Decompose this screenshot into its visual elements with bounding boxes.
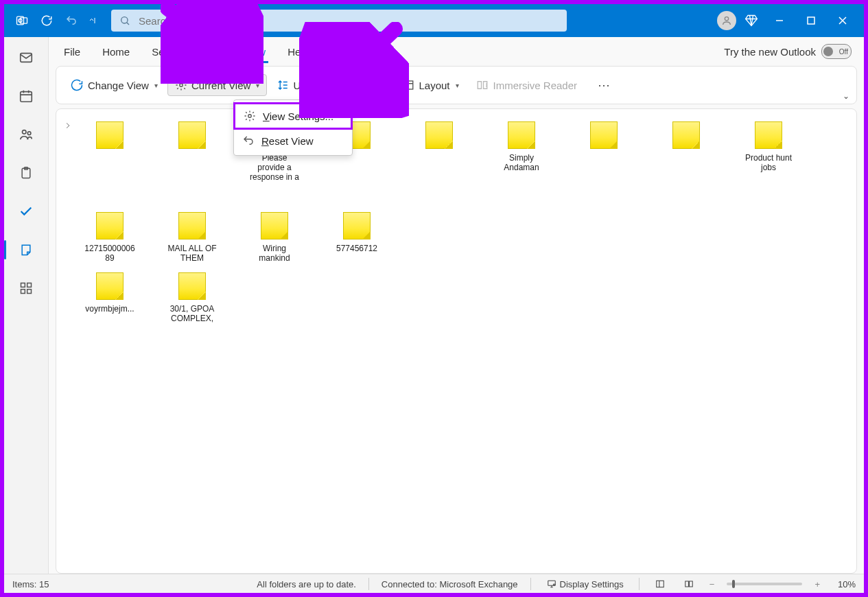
note-item[interactable] xyxy=(84,121,136,182)
zoom-percent: 10% xyxy=(832,579,856,589)
svg-point-17 xyxy=(180,84,183,87)
account-avatar[interactable] xyxy=(717,11,736,30)
change-view-icon xyxy=(70,78,84,92)
svg-rect-14 xyxy=(27,283,32,288)
tab-file[interactable]: File xyxy=(61,40,83,63)
note-item[interactable]: 30/1, GPOA COMPLEX, xyxy=(166,272,218,323)
try-new-label: Try the new Outlook xyxy=(724,46,816,58)
sync-icon[interactable] xyxy=(37,11,56,30)
note-icon xyxy=(178,272,206,300)
note-item[interactable]: voyrmbjejm... xyxy=(84,272,136,323)
zoom-slider[interactable] xyxy=(727,583,802,585)
immersive-reader-label: Immersive Reader xyxy=(493,80,578,91)
note-icon xyxy=(96,212,124,239)
note-item[interactable] xyxy=(413,121,465,182)
ribbon: Change View▾ Current View▾ Use Tighter S… xyxy=(56,66,857,104)
note-icon xyxy=(672,121,700,149)
note-item[interactable]: 577456712 xyxy=(331,212,383,263)
note-item[interactable]: Product hunt jobs xyxy=(742,121,795,182)
note-item[interactable]: Simply Andaman xyxy=(495,121,548,182)
gear-icon xyxy=(244,110,256,122)
maximize-button[interactable] xyxy=(795,4,827,37)
tighter-spacing-icon xyxy=(277,79,289,91)
note-item[interactable]: Wiring mankind xyxy=(248,212,301,263)
chevron-down-icon: ▾ xyxy=(256,82,259,89)
svg-rect-15 xyxy=(21,290,25,294)
nav-pane-expander[interactable] xyxy=(56,109,80,573)
svg-rect-16 xyxy=(27,290,32,294)
minimize-button[interactable] xyxy=(764,4,795,37)
svg-point-9 xyxy=(23,130,27,134)
try-new-toggle[interactable]: Off xyxy=(821,44,852,59)
sync-status: All folders are up to date. xyxy=(257,579,356,589)
tab-send-receive[interactable]: Send / Receive xyxy=(149,40,224,63)
tasks-nav-icon[interactable] xyxy=(12,161,40,185)
note-label: Simply Andaman xyxy=(495,153,548,172)
note-label: Product hunt jobs xyxy=(742,153,795,172)
layout-label: Layout xyxy=(419,80,449,91)
tab-view[interactable]: View xyxy=(241,40,268,63)
zoom-in-button[interactable]: + xyxy=(814,579,820,589)
note-icon xyxy=(178,121,206,149)
immersive-reader-icon xyxy=(476,79,489,91)
mail-nav-icon[interactable] xyxy=(12,45,40,70)
current-view-button[interactable]: Current View▾ xyxy=(167,74,267,96)
zoom-out-button[interactable]: − xyxy=(709,579,715,589)
try-new-outlook: Try the new Outlook Off xyxy=(724,44,852,59)
note-label: MAIL ALL OF THEM xyxy=(166,244,218,263)
layout-icon xyxy=(402,79,414,91)
normal-view-button[interactable] xyxy=(652,578,668,590)
note-item[interactable]: 1271500000689 xyxy=(84,212,136,263)
svg-rect-6 xyxy=(808,17,814,24)
more-apps-nav-icon[interactable] xyxy=(12,276,40,301)
note-label: 577456712 xyxy=(336,244,377,253)
status-bar: Items: 15 All folders are up to date. Co… xyxy=(4,574,864,594)
note-icon xyxy=(590,121,618,149)
layout-button[interactable]: Layout▾ xyxy=(395,75,465,95)
view-settings-menuitem[interactable]: View Settings... xyxy=(233,102,353,130)
customize-toolbar-icon[interactable] xyxy=(86,11,99,30)
left-nav-bar xyxy=(4,37,49,574)
note-item[interactable] xyxy=(660,121,712,182)
people-nav-icon[interactable] xyxy=(12,122,40,147)
note-icon xyxy=(96,121,124,149)
todo-nav-icon[interactable] xyxy=(12,199,40,224)
undo-icon[interactable] xyxy=(62,11,81,30)
tab-home[interactable]: Home xyxy=(99,40,132,63)
collapse-ribbon-icon[interactable]: ⌄ xyxy=(843,91,849,101)
svg-rect-18 xyxy=(404,81,414,89)
current-view-label: Current View xyxy=(191,80,250,91)
note-item[interactable] xyxy=(166,121,218,182)
calendar-nav-icon[interactable] xyxy=(12,84,40,108)
tighter-spacing-button[interactable]: Use Tighter Spacing xyxy=(270,75,392,95)
close-button[interactable] xyxy=(827,4,858,37)
note-label: 30/1, GPOA COMPLEX, xyxy=(166,304,218,323)
connection-status: Connected to: Microsoft Exchange xyxy=(382,579,518,589)
current-view-dropdown: View Settings... Reset View xyxy=(233,100,353,156)
svg-rect-8 xyxy=(21,92,32,102)
note-label: voyrmbjejm... xyxy=(85,304,134,314)
note-icon xyxy=(755,121,782,149)
gear-icon xyxy=(175,79,187,91)
search-box[interactable] xyxy=(111,10,567,32)
note-label: 1271500000689 xyxy=(84,244,136,263)
note-item[interactable] xyxy=(578,121,630,182)
change-view-button[interactable]: Change View▾ xyxy=(63,74,165,96)
immersive-reader-button: Immersive Reader xyxy=(469,75,585,95)
reading-view-button[interactable] xyxy=(681,578,697,590)
search-icon xyxy=(119,15,130,26)
chevron-down-icon: ▾ xyxy=(154,82,158,89)
change-view-label: Change View xyxy=(88,80,149,91)
notes-nav-icon[interactable] xyxy=(12,237,40,262)
reset-view-menuitem[interactable]: Reset View xyxy=(234,129,352,152)
chevron-down-icon: ▾ xyxy=(456,82,459,89)
search-input[interactable] xyxy=(137,14,559,27)
outlook-logo-icon xyxy=(12,11,32,30)
tighter-spacing-label: Use Tighter Spacing xyxy=(293,80,386,91)
display-settings-button[interactable]: Display Settings xyxy=(543,578,626,591)
tab-help[interactable]: Help xyxy=(285,40,312,63)
ribbon-overflow-button[interactable]: ⋯ xyxy=(591,73,618,97)
diamond-icon[interactable] xyxy=(742,11,761,30)
note-icon xyxy=(343,212,371,239)
note-item[interactable]: MAIL ALL OF THEM xyxy=(166,212,218,263)
